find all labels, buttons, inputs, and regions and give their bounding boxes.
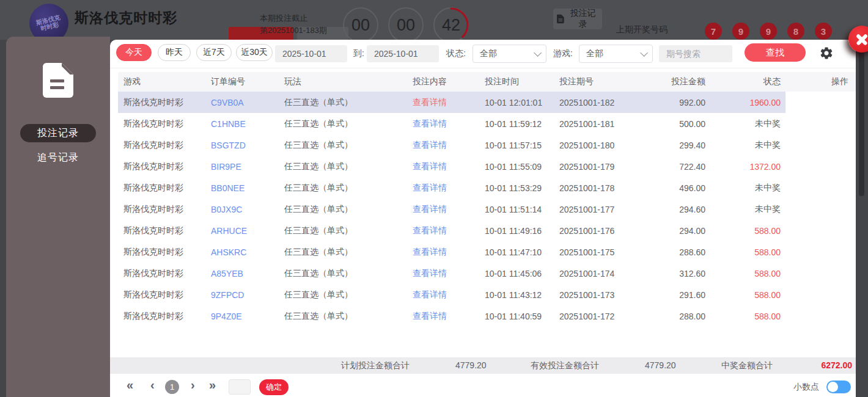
cell-amount: 288.60 <box>637 247 710 257</box>
cell-amount: 722.40 <box>637 162 710 172</box>
cell-status: 588.00 <box>710 247 785 257</box>
cell-play: 任三直选（单式） <box>281 225 413 236</box>
range-yesterday-button[interactable]: 昨天 <box>158 44 191 61</box>
detail-link[interactable]: 查看详情 <box>413 97 483 108</box>
cell-status: 未中奖 <box>710 204 785 215</box>
current-page-indicator[interactable]: 1 <box>165 380 179 394</box>
order-link[interactable]: B0JX9C <box>211 205 281 214</box>
detail-link[interactable]: 查看详情 <box>413 140 483 151</box>
gear-icon <box>819 46 834 60</box>
status-select[interactable]: 全部 <box>473 45 546 63</box>
cell-amount: 992.00 <box>637 98 710 107</box>
cell-period: 20251001-179 <box>557 162 637 172</box>
cell-time: 10-01 11:47:10 <box>483 247 557 257</box>
prev-page-button[interactable]: ‹ <box>150 378 155 392</box>
cell-status: 1960.00 <box>710 98 785 107</box>
page-jump-input[interactable] <box>229 379 251 395</box>
order-link[interactable]: C1HNBE <box>211 119 281 129</box>
detail-link[interactable]: 查看详情 <box>413 204 483 215</box>
cell-time: 10-01 11:59:12 <box>483 119 557 129</box>
order-link[interactable]: BB0NEE <box>211 183 281 193</box>
decimal-toggle-label: 小数点 <box>793 382 819 393</box>
order-link[interactable]: AHSKRC <box>211 247 281 257</box>
date-to-input[interactable] <box>367 45 439 62</box>
col-period: 投注期号 <box>557 76 637 87</box>
last-draw-label: 上期开奖号码 <box>616 24 668 35</box>
col-status: 状态 <box>710 76 785 87</box>
last-draw-numbers: 7 9 9 8 3 <box>705 23 832 40</box>
draw-ball: 3 <box>815 23 832 40</box>
sidebar-item-chase-records[interactable]: 追号记录 <box>20 148 96 167</box>
screen: 斯洛伐克时时彩 斯洛伐克时时彩 本期投注截止 第20251001-183期 00… <box>0 0 868 397</box>
order-link[interactable]: BIR9PE <box>211 162 281 172</box>
settings-button[interactable] <box>819 46 834 60</box>
cell-amount: 294.00 <box>637 226 710 236</box>
cell-time: 10-01 11:45:06 <box>483 269 557 279</box>
cell-amount: 312.60 <box>637 269 710 279</box>
cell-amount: 496.00 <box>637 183 710 193</box>
col-time: 投注时间 <box>483 76 557 87</box>
table-row: 斯洛伐克时时彩 BB0NEE 任三直选（单式） 查看详情 10-01 11:53… <box>118 177 856 198</box>
cell-game: 斯洛伐克时时彩 <box>118 140 211 151</box>
cell-period: 20251001-178 <box>557 183 637 193</box>
records-sidebar: 投注记录 追号记录 <box>6 37 110 397</box>
page-jump-confirm-button[interactable]: 确定 <box>259 379 289 395</box>
page-title: 斯洛伐克时时彩 <box>75 9 177 27</box>
last-page-button[interactable]: » <box>209 378 216 392</box>
table-row: 斯洛伐克时时彩 9P4Z0E 任三直选（单式） 查看详情 10-01 11:40… <box>118 305 856 327</box>
range-30days-button[interactable]: 近30天 <box>236 44 273 61</box>
game-select[interactable]: 全部 <box>579 45 653 63</box>
order-link[interactable]: C9VB0A <box>211 98 281 107</box>
detail-link[interactable]: 查看详情 <box>413 247 483 258</box>
detail-link[interactable]: 查看详情 <box>413 183 483 194</box>
cell-time: 10-01 11:53:29 <box>483 183 557 193</box>
cell-play: 任三直选（单式） <box>281 247 413 258</box>
bet-records-modal: 今天 昨天 近7天 近30天 到: 状态: 全部 游戏: 全部 查找 <box>110 40 856 397</box>
countdown-minutes: 00 <box>388 7 424 40</box>
document-icon <box>43 63 73 98</box>
cell-time: 10-01 11:51:14 <box>483 205 557 214</box>
valid-total-value: 4779.20 <box>645 357 676 374</box>
next-page-button[interactable]: › <box>191 378 195 392</box>
detail-link[interactable]: 查看详情 <box>413 225 483 236</box>
col-content: 投注内容 <box>413 76 483 87</box>
detail-link[interactable]: 查看详情 <box>413 290 483 300</box>
cell-time: 10-01 12:01:01 <box>483 98 557 107</box>
cell-amount: 299.40 <box>637 140 710 150</box>
records-button[interactable]: 投注记录 <box>553 9 602 29</box>
period-search-input[interactable] <box>659 45 732 62</box>
range-today-button[interactable]: 今天 <box>116 44 152 61</box>
detail-link[interactable]: 查看详情 <box>413 161 483 172</box>
sidebar-item-bet-records[interactable]: 投注记录 <box>20 124 96 142</box>
search-button[interactable]: 查找 <box>745 43 806 62</box>
order-link[interactable]: 9ZFPCD <box>211 290 281 300</box>
cell-play: 任三直选（单式） <box>281 183 413 194</box>
cell-status: 588.00 <box>710 269 785 279</box>
deadline-block: 本期投注截止 第20251001-183期 <box>260 12 327 37</box>
detail-link[interactable]: 查看详情 <box>413 118 483 129</box>
order-link[interactable]: ARHUCE <box>211 226 281 236</box>
cell-status: 588.00 <box>710 226 785 236</box>
cell-period: 20251001-176 <box>557 226 637 236</box>
decimal-toggle[interactable] <box>826 381 851 393</box>
countdown-hours: 00 <box>343 7 378 40</box>
table-row: 斯洛伐克时时彩 9ZFPCD 任三直选（单式） 查看详情 10-01 11:43… <box>118 284 856 305</box>
range-7days-button[interactable]: 近7天 <box>196 44 232 61</box>
cell-play: 任三直选（单式） <box>281 118 413 129</box>
order-link[interactable]: A85YEB <box>211 269 281 279</box>
page-scrollbar-thumb[interactable] <box>859 40 864 196</box>
cell-time: 10-01 11:43:12 <box>483 290 557 300</box>
cell-time: 10-01 11:40:59 <box>483 311 557 321</box>
cell-amount: 288.00 <box>637 311 710 321</box>
detail-link[interactable]: 查看详情 <box>413 268 483 279</box>
detail-link[interactable]: 查看详情 <box>413 311 483 322</box>
cell-status: 588.00 <box>710 290 785 300</box>
cell-amount: 294.60 <box>637 205 710 214</box>
order-link[interactable]: BSGTZD <box>211 140 281 150</box>
first-page-button[interactable]: « <box>127 378 133 392</box>
table-row: 斯洛伐克时时彩 BSGTZD 任三直选（单式） 查看详情 10-01 11:57… <box>118 134 856 156</box>
cell-game: 斯洛伐克时时彩 <box>118 225 211 236</box>
date-from-input[interactable] <box>275 45 347 62</box>
plan-total-label: 计划投注金额合计 <box>341 357 410 374</box>
order-link[interactable]: 9P4Z0E <box>211 311 281 321</box>
